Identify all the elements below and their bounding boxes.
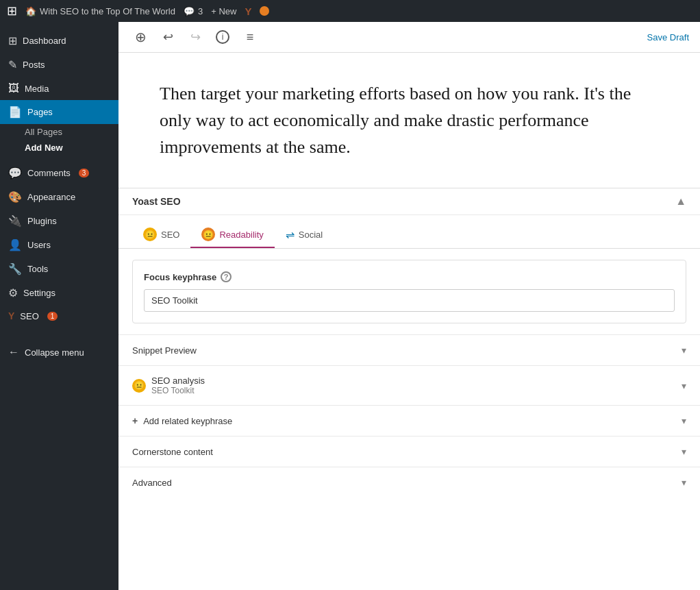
comments-badge: 3 bbox=[79, 169, 90, 177]
comments-link[interactable]: 💬 3 bbox=[184, 6, 203, 16]
seo-icon: Y bbox=[8, 310, 14, 321]
yoast-panel-title: Yoast SEO bbox=[132, 196, 181, 207]
add-related-keyphrase-label: Add related keyphrase bbox=[143, 416, 232, 426]
sidebar-item-media[interactable]: 🖼 Media bbox=[0, 77, 118, 100]
yoast-header[interactable]: Yoast SEO ▲ bbox=[118, 188, 700, 215]
menu-button[interactable]: ≡ bbox=[239, 26, 261, 48]
focus-keyphrase-section: Focus keyphrase ? bbox=[132, 260, 686, 323]
add-icon: ⊕ bbox=[135, 29, 147, 45]
sidebar-item-dashboard[interactable]: ⊞ Dashboard bbox=[0, 29, 118, 53]
focus-keyphrase-label: Focus keyphrase ? bbox=[144, 271, 675, 282]
yoast-tabs: 😐 SEO 😐 Readability ⇌ Social bbox=[118, 215, 700, 249]
cornerstone-content-section[interactable]: Cornerstone content ▾ bbox=[118, 436, 700, 467]
advanced-label: Advanced bbox=[132, 478, 172, 488]
sidebar-item-pages[interactable]: 📄 Pages bbox=[0, 100, 118, 124]
appearance-icon: 🎨 bbox=[8, 190, 22, 204]
main-content: ⊕ ↩ ↪ i ≡ Save Draft Then target your ma… bbox=[118, 22, 700, 590]
sidebar-item-posts[interactable]: ✎ Posts bbox=[0, 53, 118, 77]
sidebar-item-users[interactable]: 👤 Users bbox=[0, 233, 118, 257]
cornerstone-content-label: Cornerstone content bbox=[132, 447, 213, 457]
snippet-preview-arrow: ▾ bbox=[682, 345, 686, 356]
collapse-icon: ← bbox=[8, 346, 19, 358]
save-draft-button[interactable]: Save Draft bbox=[647, 32, 689, 42]
menu-icon: ≡ bbox=[247, 30, 254, 45]
yoast-logo: Y bbox=[245, 5, 251, 17]
editor-toolbar: ⊕ ↩ ↪ i ≡ Save Draft bbox=[118, 22, 700, 53]
layout: ⊞ Dashboard ✎ Posts 🖼 Media 📄 Pages All … bbox=[0, 22, 700, 590]
plus-icon: + bbox=[132, 415, 138, 426]
seo-analysis-arrow: ▾ bbox=[682, 380, 686, 391]
settings-icon: ⚙ bbox=[8, 286, 18, 299]
admin-bar: ⊞ 🏠 With SEO to the Top Of The World 💬 3… bbox=[0, 0, 700, 22]
media-icon: 🖼 bbox=[8, 82, 19, 95]
posts-icon: ✎ bbox=[8, 58, 17, 71]
seo-badge: 1 bbox=[47, 312, 58, 321]
yoast-seo-panel: Yoast SEO ▲ 😐 SEO 😐 Readability ⇌ bbox=[118, 188, 700, 590]
advanced-arrow: ▾ bbox=[682, 477, 686, 488]
site-title-link[interactable]: 🏠 With SEO to the Top Of The World bbox=[25, 6, 175, 16]
snippet-preview-section[interactable]: Snippet Preview ▾ bbox=[118, 334, 700, 365]
info-button[interactable]: i bbox=[212, 26, 234, 48]
undo-button[interactable]: ↩ bbox=[157, 26, 179, 48]
redo-button[interactable]: ↪ bbox=[184, 26, 206, 48]
notification-dot[interactable] bbox=[260, 6, 269, 16]
seo-analysis-label: SEO analysis bbox=[151, 376, 205, 386]
scroll-area: Then target your marketing efforts based… bbox=[118, 53, 700, 590]
undo-icon: ↩ bbox=[163, 29, 173, 45]
home-icon: 🏠 bbox=[25, 6, 36, 16]
collapse-yoast-icon: ▲ bbox=[675, 195, 686, 208]
seo-analysis-section[interactable]: 😐 SEO analysis SEO Toolkit ▾ bbox=[118, 365, 700, 405]
sidebar-item-comments[interactable]: 💬 Comments 3 bbox=[0, 161, 118, 185]
readability-emoji: 😐 bbox=[201, 228, 215, 241]
yoast-body: Focus keyphrase ? bbox=[118, 249, 700, 334]
add-related-keyphrase-section[interactable]: + Add related keyphrase ▾ bbox=[118, 405, 700, 436]
dashboard-icon: ⊞ bbox=[8, 34, 17, 47]
all-pages-link[interactable]: All Pages bbox=[0, 124, 118, 140]
seo-analysis-sublabel: SEO Toolkit bbox=[151, 386, 205, 395]
collapse-menu-button[interactable]: ← Collapse menu bbox=[0, 341, 118, 364]
tab-seo[interactable]: 😐 SEO bbox=[132, 222, 190, 248]
info-icon: i bbox=[216, 30, 229, 44]
snippet-preview-label: Snippet Preview bbox=[132, 345, 197, 356]
tab-readability[interactable]: 😐 Readability bbox=[190, 222, 274, 248]
editor-body-text: Then target your marketing efforts based… bbox=[160, 80, 659, 160]
add-new-link[interactable]: Add New bbox=[0, 140, 118, 156]
pages-icon: 📄 bbox=[8, 106, 22, 119]
advanced-section[interactable]: Advanced ▾ bbox=[118, 467, 700, 497]
redo-icon: ↪ bbox=[190, 29, 201, 45]
editor-content-area[interactable]: Then target your marketing efforts based… bbox=[118, 53, 700, 188]
sidebar-item-tools[interactable]: 🔧 Tools bbox=[0, 257, 118, 281]
seo-emoji: 😐 bbox=[143, 228, 157, 241]
new-link[interactable]: + New bbox=[211, 6, 236, 16]
yoast-icon[interactable]: Y bbox=[245, 5, 251, 17]
sidebar-item-settings[interactable]: ⚙ Settings bbox=[0, 281, 118, 305]
plugins-icon: 🔌 bbox=[8, 214, 22, 228]
sidebar: ⊞ Dashboard ✎ Posts 🖼 Media 📄 Pages All … bbox=[0, 22, 118, 590]
wp-logo-icon[interactable]: ⊞ bbox=[7, 3, 17, 19]
pages-submenu: All Pages Add New bbox=[0, 124, 118, 161]
tab-social[interactable]: ⇌ Social bbox=[275, 222, 334, 248]
sidebar-item-plugins[interactable]: 🔌 Plugins bbox=[0, 209, 118, 233]
users-icon: 👤 bbox=[8, 238, 22, 251]
cornerstone-arrow: ▾ bbox=[682, 446, 686, 457]
comments-sidebar-icon: 💬 bbox=[8, 167, 22, 180]
add-block-button[interactable]: ⊕ bbox=[129, 26, 151, 48]
comments-icon: 💬 bbox=[184, 6, 195, 16]
focus-help-icon[interactable]: ? bbox=[221, 271, 232, 282]
seo-analysis-emoji: 😐 bbox=[132, 379, 146, 393]
add-related-arrow: ▾ bbox=[682, 415, 686, 426]
sidebar-item-appearance[interactable]: 🎨 Appearance bbox=[0, 185, 118, 209]
sidebar-item-seo[interactable]: Y SEO 1 bbox=[0, 305, 118, 327]
tools-icon: 🔧 bbox=[8, 262, 22, 275]
social-icon: ⇌ bbox=[286, 228, 295, 241]
focus-keyphrase-input[interactable] bbox=[144, 289, 675, 312]
